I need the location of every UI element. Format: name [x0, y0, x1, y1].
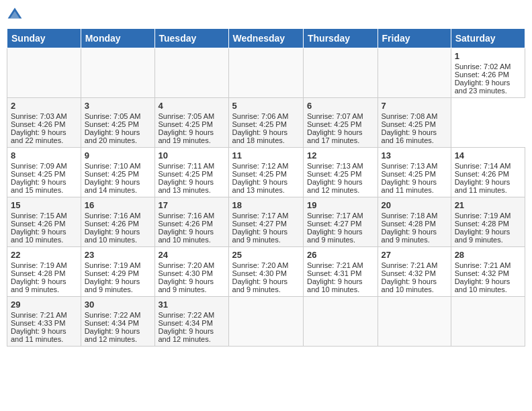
day-number: 14 [455, 150, 521, 161]
sunset-text: Sunset: 4:25 PM [232, 170, 287, 178]
sunrise-text: Sunrise: 7:21 AM [382, 261, 438, 269]
day-number: 31 [159, 300, 225, 310]
sunset-text: Sunset: 4:34 PM [159, 319, 213, 327]
sunrise-text: Sunrise: 7:11 AM [159, 162, 215, 170]
day-header-wednesday: Wednesday [228, 29, 303, 48]
daylight-text: Daylight: 9 hours and 9 minutes. [232, 228, 288, 244]
day-number: 10 [159, 150, 225, 161]
calendar-day-cell: 29Sunrise: 7:21 AMSunset: 4:33 PMDayligh… [7, 297, 81, 347]
day-number: 29 [11, 300, 77, 310]
logo [7, 7, 26, 23]
calendar-day-cell: 17Sunrise: 7:16 AMSunset: 4:26 PMDayligh… [154, 197, 228, 247]
sunset-text: Sunset: 4:26 PM [11, 120, 65, 128]
daylight-text: Daylight: 9 hours and 9 minutes. [455, 228, 511, 244]
sunset-text: Sunset: 4:30 PM [159, 269, 213, 277]
header [7, 7, 525, 23]
calendar-empty-cell [228, 297, 303, 347]
calendar-day-cell: 28Sunrise: 7:21 AMSunset: 4:32 PMDayligh… [451, 247, 525, 297]
sunset-text: Sunset: 4:26 PM [455, 71, 509, 79]
sunrise-text: Sunrise: 7:12 AM [232, 162, 289, 170]
calendar-day-cell: 16Sunrise: 7:16 AMSunset: 4:26 PMDayligh… [81, 197, 154, 247]
day-number: 7 [382, 101, 447, 111]
sunset-text: Sunset: 4:25 PM [159, 120, 213, 128]
calendar-day-cell: 14Sunrise: 7:14 AMSunset: 4:26 PMDayligh… [451, 148, 525, 197]
calendar-empty-cell [304, 48, 378, 98]
sunrise-text: Sunrise: 7:15 AM [11, 212, 67, 220]
daylight-text: Daylight: 9 hours and 12 minutes. [307, 178, 363, 194]
day-header-sunday: Sunday [7, 29, 81, 48]
sunrise-text: Sunrise: 7:20 AM [159, 261, 215, 269]
calendar-day-cell: 9Sunrise: 7:10 AMSunset: 4:25 PMDaylight… [81, 148, 154, 197]
sunrise-text: Sunrise: 7:13 AM [307, 162, 363, 170]
sunrise-text: Sunrise: 7:14 AM [455, 162, 511, 170]
sunset-text: Sunset: 4:28 PM [382, 220, 436, 228]
daylight-text: Daylight: 9 hours and 10 minutes. [159, 228, 214, 244]
sunrise-text: Sunrise: 7:16 AM [159, 212, 215, 220]
day-number: 19 [307, 200, 374, 210]
calendar-empty-cell [378, 48, 451, 98]
day-number: 12 [307, 150, 374, 161]
calendar-day-cell: 1Sunrise: 7:02 AMSunset: 4:26 PMDaylight… [451, 48, 525, 98]
daylight-text: Daylight: 9 hours and 9 minutes. [307, 228, 363, 244]
sunrise-text: Sunrise: 7:21 AM [11, 311, 67, 319]
daylight-text: Daylight: 9 hours and 10 minutes. [455, 277, 511, 293]
sunrise-text: Sunrise: 7:05 AM [159, 112, 215, 120]
calendar-day-cell: 5Sunrise: 7:06 AMSunset: 4:25 PMDaylight… [228, 98, 303, 148]
calendar-day-cell: 24Sunrise: 7:20 AMSunset: 4:30 PMDayligh… [154, 247, 228, 297]
calendar-table: SundayMondayTuesdayWednesdayThursdayFrid… [7, 28, 525, 347]
sunset-text: Sunset: 4:25 PM [85, 120, 139, 128]
calendar-day-cell: 15Sunrise: 7:15 AMSunset: 4:26 PMDayligh… [7, 197, 81, 247]
daylight-text: Daylight: 9 hours and 10 minutes. [85, 228, 140, 244]
day-number: 9 [85, 150, 151, 161]
calendar-empty-cell [7, 48, 81, 98]
sunset-text: Sunset: 4:26 PM [11, 220, 65, 228]
sunrise-text: Sunrise: 7:18 AM [382, 212, 438, 220]
day-number: 1 [455, 51, 521, 61]
sunset-text: Sunset: 4:29 PM [85, 269, 139, 277]
day-number: 15 [11, 200, 77, 210]
sunset-text: Sunset: 4:32 PM [455, 269, 509, 277]
sunrise-text: Sunrise: 7:09 AM [11, 162, 67, 170]
calendar-day-cell: 20Sunrise: 7:18 AMSunset: 4:28 PMDayligh… [378, 197, 451, 247]
sunset-text: Sunset: 4:25 PM [232, 120, 287, 128]
daylight-text: Daylight: 9 hours and 11 minutes. [11, 327, 66, 343]
day-number: 20 [382, 200, 447, 210]
sunset-text: Sunset: 4:26 PM [85, 220, 139, 228]
sunset-text: Sunset: 4:32 PM [382, 269, 436, 277]
sunrise-text: Sunrise: 7:19 AM [455, 212, 511, 220]
calendar-day-cell: 11Sunrise: 7:12 AMSunset: 4:25 PMDayligh… [228, 148, 303, 197]
calendar-day-cell: 22Sunrise: 7:19 AMSunset: 4:28 PMDayligh… [7, 247, 81, 297]
daylight-text: Daylight: 9 hours and 12 minutes. [159, 327, 214, 343]
sunset-text: Sunset: 4:25 PM [159, 170, 213, 178]
calendar-day-cell: 13Sunrise: 7:13 AMSunset: 4:25 PMDayligh… [378, 148, 451, 197]
sunrise-text: Sunrise: 7:06 AM [232, 112, 289, 120]
calendar-header-row: SundayMondayTuesdayWednesdayThursdayFrid… [7, 29, 525, 48]
sunset-text: Sunset: 4:25 PM [307, 120, 361, 128]
sunset-text: Sunset: 4:25 PM [85, 170, 139, 178]
daylight-text: Daylight: 9 hours and 13 minutes. [232, 178, 288, 194]
calendar-day-cell: 18Sunrise: 7:17 AMSunset: 4:27 PMDayligh… [228, 197, 303, 247]
day-number: 18 [232, 200, 300, 210]
sunrise-text: Sunrise: 7:13 AM [382, 162, 438, 170]
daylight-text: Daylight: 9 hours and 20 minutes. [85, 128, 140, 144]
calendar-day-cell: 21Sunrise: 7:19 AMSunset: 4:28 PMDayligh… [451, 197, 525, 247]
sunrise-text: Sunrise: 7:17 AM [232, 212, 289, 220]
calendar-week-row: 8Sunrise: 7:09 AMSunset: 4:25 PMDaylight… [7, 148, 525, 197]
day-number: 5 [232, 101, 300, 111]
sunset-text: Sunset: 4:28 PM [455, 220, 509, 228]
day-number: 26 [307, 250, 374, 260]
sunrise-text: Sunrise: 7:22 AM [159, 311, 215, 319]
daylight-text: Daylight: 9 hours and 16 minutes. [382, 128, 437, 144]
calendar-week-row: 1Sunrise: 7:02 AMSunset: 4:26 PMDaylight… [7, 48, 525, 98]
calendar-day-cell: 30Sunrise: 7:22 AMSunset: 4:34 PMDayligh… [81, 297, 154, 347]
sunrise-text: Sunrise: 7:10 AM [85, 162, 141, 170]
day-header-saturday: Saturday [451, 29, 525, 48]
day-number: 6 [307, 101, 374, 111]
day-number: 2 [11, 101, 77, 111]
calendar-day-cell: 3Sunrise: 7:05 AMSunset: 4:25 PMDaylight… [81, 98, 154, 148]
sunset-text: Sunset: 4:26 PM [455, 170, 509, 178]
day-header-thursday: Thursday [304, 29, 378, 48]
day-number: 13 [382, 150, 447, 161]
calendar-day-cell: 25Sunrise: 7:20 AMSunset: 4:30 PMDayligh… [228, 247, 303, 297]
daylight-text: Daylight: 9 hours and 17 minutes. [307, 128, 363, 144]
